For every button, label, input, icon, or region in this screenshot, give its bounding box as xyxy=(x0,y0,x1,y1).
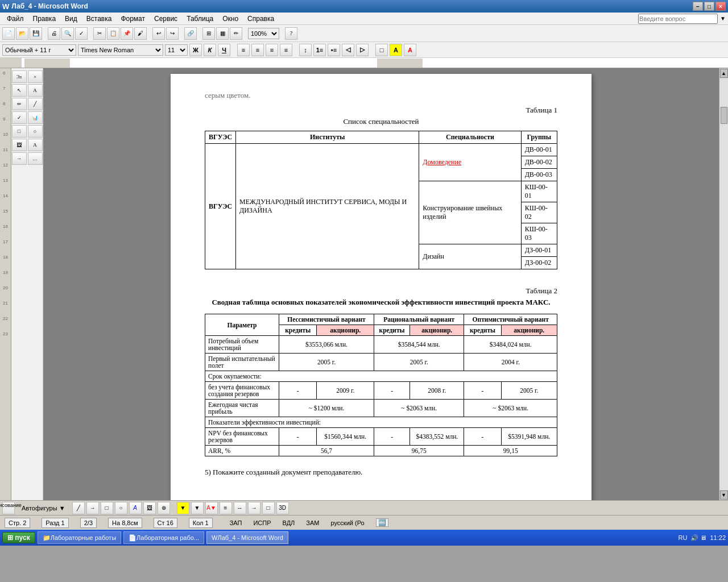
save-button[interactable]: 💾 xyxy=(30,27,42,40)
menu-table[interactable]: Таблица xyxy=(182,14,218,24)
clipart-btn[interactable]: 🖼 xyxy=(143,502,156,514)
table-button[interactable]: ⊞ xyxy=(202,27,215,40)
highlight-button[interactable]: A xyxy=(390,44,402,56)
taskbar-app-lab-works[interactable]: 📁 Лабораторные работы xyxy=(38,531,121,544)
fill-color-btn[interactable]: ▼ xyxy=(177,502,189,514)
start-button[interactable]: ⊞ пуск xyxy=(2,532,35,543)
size-select[interactable]: 11 xyxy=(165,44,188,56)
align-justify-button[interactable]: ≡ xyxy=(280,44,292,56)
print-button[interactable]: 🖨 xyxy=(48,27,60,40)
3d-btn[interactable]: 3D xyxy=(276,502,289,514)
draw-line-tool[interactable]: ╱ xyxy=(28,98,43,110)
menu-help[interactable]: Справка xyxy=(243,14,279,24)
draw-bottom-btn1[interactable]: Рисование ▼ xyxy=(2,502,15,514)
status-section: Разд 1 xyxy=(42,518,68,528)
spell-button[interactable]: ✓ xyxy=(75,27,88,40)
scroll-thumb[interactable] xyxy=(721,107,727,124)
oval-btn[interactable]: ○ xyxy=(115,502,127,514)
menu-format[interactable]: Формат xyxy=(116,14,150,24)
draw-img-tool[interactable]: 🖼 xyxy=(12,139,27,151)
titlebar-controls[interactable]: − □ × xyxy=(693,2,726,11)
rect-btn[interactable]: □ xyxy=(101,502,113,514)
draw-more-tool[interactable]: … xyxy=(28,152,43,165)
help-search-btn[interactable]: ▼ xyxy=(720,15,726,22)
paste-button[interactable]: 📌 xyxy=(121,27,133,40)
align-left-button[interactable]: ≡ xyxy=(237,44,250,56)
line-spacing-button[interactable]: ↕ xyxy=(299,44,312,56)
help-button[interactable]: ? xyxy=(285,27,297,40)
help-search-input[interactable] xyxy=(638,14,718,24)
draw-text-tool[interactable]: A xyxy=(28,84,43,97)
dash-style-btn[interactable]: -- xyxy=(234,502,246,514)
italic-button[interactable]: К xyxy=(204,44,216,56)
menu-insert[interactable]: Вставка xyxy=(82,14,117,24)
title-bar-left: W Лаб_4 - Microsoft Word xyxy=(2,2,88,11)
underline-button[interactable]: Ч xyxy=(218,44,230,56)
new-button[interactable]: 📄 xyxy=(2,27,15,40)
draw-chart-tool[interactable]: 📊 xyxy=(28,111,43,124)
format-painter-button[interactable]: 🖌 xyxy=(134,27,147,40)
left-ruler: 6 7 8 9 10 11 12 13 14 15 16 17 18 19 20… xyxy=(0,68,11,500)
open-button[interactable]: 📂 xyxy=(16,27,28,40)
zoom-select[interactable]: 100% xyxy=(248,28,279,39)
copy-button[interactable]: 📋 xyxy=(107,27,119,40)
bullets-button[interactable]: •≡ xyxy=(328,44,340,56)
bold-button[interactable]: Ж xyxy=(189,44,202,56)
draw-pencil-tool[interactable]: ✏ xyxy=(12,98,27,110)
numbering-button[interactable]: 1≡ xyxy=(313,44,326,56)
redo-button[interactable]: ↪ xyxy=(166,27,179,40)
cut-button[interactable]: ✂ xyxy=(93,27,106,40)
specialty-dizain: Дизайн xyxy=(419,244,521,269)
drawing-button[interactable]: ✏ xyxy=(230,27,242,40)
table-row: Потребный объем инвестиций $3553,066 млн… xyxy=(205,336,557,354)
arrow-style-btn[interactable]: → xyxy=(248,502,260,514)
align-center-button[interactable]: ≡ xyxy=(251,44,264,56)
minimize-button[interactable]: − xyxy=(693,2,703,11)
columns-button[interactable]: ▦ xyxy=(216,27,229,40)
taskbar-app-word[interactable]: W Лаб_4 - Microsoft Word xyxy=(206,531,288,544)
close-button[interactable]: × xyxy=(715,2,726,11)
style-select[interactable]: Обычный + 11 г xyxy=(2,44,76,56)
print-preview-button[interactable]: 🔍 xyxy=(61,27,74,40)
taskbar-app-lab-work[interactable]: 📄 Лабораторная рабо... xyxy=(123,531,204,544)
decrease-indent-button[interactable]: ◁ xyxy=(342,44,354,56)
document-scroll-area[interactable]: серым цветом. Таблица 1 Список специальн… xyxy=(43,68,719,500)
line-style-btn[interactable]: ≡ xyxy=(220,502,232,514)
maximize-button[interactable]: □ xyxy=(704,2,714,11)
draw-rect-tool[interactable]: □ xyxy=(12,125,27,138)
draw-tool-el[interactable]: Эл xyxy=(12,70,27,83)
undo-button[interactable]: ↩ xyxy=(152,27,165,40)
menu-file[interactable]: Файл xyxy=(2,14,28,24)
draw-arrows-tool[interactable]: → xyxy=(12,152,27,165)
no-reserves-opt-acc: 2005 г. xyxy=(501,382,557,400)
taskbar-time[interactable]: 11:22 xyxy=(710,534,726,541)
line-btn[interactable]: ╱ xyxy=(72,502,85,514)
font-color-btn2[interactable]: A▼ xyxy=(205,502,218,514)
shadow-btn[interactable]: □ xyxy=(262,502,275,514)
wordart-btn[interactable]: A xyxy=(129,502,142,514)
menu-tools[interactable]: Сервис xyxy=(150,14,182,24)
draw-check-tool[interactable]: ✓ xyxy=(12,111,27,124)
border-button[interactable]: □ xyxy=(375,44,388,56)
draw-label-tool[interactable]: A xyxy=(28,139,43,151)
scroll-up-button[interactable]: ▲ xyxy=(720,69,728,78)
arr-rational: 96,75 xyxy=(374,446,464,456)
diagram-btn[interactable]: ⊕ xyxy=(158,502,170,514)
draw-circle-tool[interactable]: ○ xyxy=(28,125,43,138)
increase-indent-button[interactable]: ▷ xyxy=(356,44,369,56)
draw-select-tool[interactable]: ↖ xyxy=(12,84,27,97)
font-color-button[interactable]: A xyxy=(404,44,416,56)
menu-edit[interactable]: Правка xyxy=(28,14,61,24)
right-scrollbar[interactable]: ▲ ▼ xyxy=(719,68,728,500)
menu-window[interactable]: Окно xyxy=(218,14,243,24)
line-color-btn[interactable]: ▼ xyxy=(191,502,204,514)
align-right-button[interactable]: ≡ xyxy=(266,44,278,56)
arrow-btn[interactable]: → xyxy=(86,502,99,514)
scroll-track[interactable] xyxy=(719,78,728,490)
scroll-down-button[interactable]: ▼ xyxy=(720,490,728,500)
draw-tool-close[interactable]: × xyxy=(28,70,43,83)
menu-view[interactable]: Вид xyxy=(60,14,82,24)
hyperlink-button[interactable]: 🔗 xyxy=(184,27,197,40)
font-select[interactable]: Times New Roman xyxy=(78,44,163,56)
table-row: Срок окупаемости: xyxy=(205,371,557,382)
